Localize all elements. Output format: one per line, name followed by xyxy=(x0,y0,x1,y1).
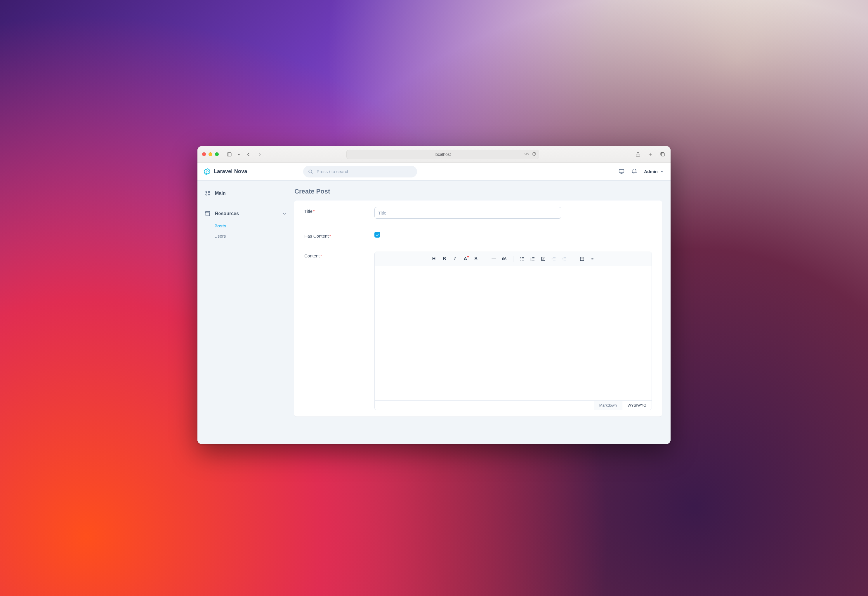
new-tab-icon[interactable] xyxy=(647,151,654,158)
svg-point-14 xyxy=(208,191,209,192)
tab-group-chevron-icon[interactable] xyxy=(237,151,241,158)
sidebar-item-posts[interactable]: Posts xyxy=(214,221,288,230)
toolbar-italic-button[interactable]: I xyxy=(450,254,460,264)
brand[interactable]: Laravel Nova xyxy=(203,168,300,176)
svg-text:3: 3 xyxy=(530,260,531,261)
editor-toolbar: H B I A S 66 xyxy=(375,252,652,266)
toolbar-table-button[interactable] xyxy=(577,254,587,264)
field-label-title: Title* xyxy=(304,207,374,214)
app-root: Laravel Nova Admin xyxy=(197,162,671,444)
toolbar-hr-button[interactable] xyxy=(489,254,498,264)
global-search-input[interactable] xyxy=(316,169,413,174)
reader-translate-icon[interactable] xyxy=(524,152,529,157)
svg-rect-10 xyxy=(619,169,624,173)
svg-point-16 xyxy=(208,194,209,195)
user-menu[interactable]: Admin xyxy=(644,169,664,174)
toolbar-strike-button[interactable]: S xyxy=(472,254,481,264)
task-list-icon xyxy=(541,256,546,261)
sidebar-item-main[interactable]: Main xyxy=(203,187,288,199)
minimize-window-button[interactable] xyxy=(208,152,212,156)
field-label-content: Content* xyxy=(304,252,374,258)
archive-icon xyxy=(204,211,211,217)
app-header: Laravel Nova Admin xyxy=(197,162,671,181)
global-search[interactable] xyxy=(303,166,417,177)
sidebar-group-label: Resources xyxy=(215,211,239,216)
svg-point-23 xyxy=(520,260,521,261)
address-bar[interactable]: localhost xyxy=(346,150,539,159)
maximize-window-button[interactable] xyxy=(215,152,219,156)
editor-body[interactable] xyxy=(375,266,652,400)
svg-point-8 xyxy=(309,170,312,173)
toolbar-heading-button[interactable]: H xyxy=(429,254,439,264)
title-input[interactable] xyxy=(374,207,561,218)
field-label-has-content: Has Content* xyxy=(304,232,374,239)
sidebar: Main Resources Posts Users xyxy=(197,181,294,444)
horizontal-rule-icon xyxy=(491,258,496,259)
page-title: Create Post xyxy=(294,188,662,195)
list-bullet-icon xyxy=(520,256,525,261)
content-editor: H B I A S 66 xyxy=(374,252,652,410)
field-row-has-content: Has Content* xyxy=(294,225,662,245)
sidebar-subnav-resources: Posts Users xyxy=(203,221,288,240)
notifications-button[interactable] xyxy=(631,168,637,175)
editor-tab-wysiwyg[interactable]: WYSIWYG xyxy=(622,401,652,410)
brand-logo-icon xyxy=(203,168,211,176)
list-ordered-icon: 123 xyxy=(530,256,535,261)
toolbar-tasklist-button[interactable] xyxy=(538,254,548,264)
browser-window: localhost xyxy=(197,146,671,444)
address-bar-text: localhost xyxy=(435,152,451,157)
svg-rect-31 xyxy=(541,257,545,261)
grid-icon xyxy=(204,190,211,196)
reload-icon[interactable] xyxy=(532,152,537,157)
field-row-title: Title* xyxy=(294,201,662,225)
editor-mode-tabs: Markdown WYSIWYG xyxy=(375,400,652,410)
toolbar-divider xyxy=(513,256,513,262)
outdent-icon xyxy=(562,256,567,261)
table-icon xyxy=(580,256,585,261)
svg-line-9 xyxy=(311,173,312,173)
svg-point-42 xyxy=(592,258,593,259)
required-indicator: * xyxy=(329,233,331,239)
share-icon[interactable] xyxy=(634,151,641,158)
close-window-button[interactable] xyxy=(202,152,206,156)
form-panel: Title* Has Content* xyxy=(294,201,662,416)
toolbar-bold-button[interactable]: B xyxy=(440,254,449,264)
user-menu-label: Admin xyxy=(644,169,658,174)
sidebar-group-resources[interactable]: Resources xyxy=(203,208,288,220)
ellipsis-icon xyxy=(590,256,595,261)
svg-point-43 xyxy=(593,258,594,259)
toolbar-outdent-button[interactable] xyxy=(560,254,569,264)
check-icon xyxy=(375,233,379,237)
svg-rect-15 xyxy=(206,194,207,195)
svg-rect-7 xyxy=(661,153,664,156)
sidebar-toggle-icon[interactable] xyxy=(226,151,233,158)
has-content-checkbox[interactable] xyxy=(374,232,380,238)
svg-rect-17 xyxy=(206,212,210,213)
brand-name: Laravel Nova xyxy=(214,168,247,174)
toolbar-bullet-list-button[interactable] xyxy=(518,254,527,264)
svg-point-41 xyxy=(591,258,591,259)
toolbar-quote-button[interactable]: 66 xyxy=(500,254,509,264)
toolbar-indent-button[interactable] xyxy=(549,254,558,264)
toolbar-font-color-button[interactable]: A xyxy=(461,254,470,264)
toolbar-ordered-list-button[interactable]: 123 xyxy=(528,254,537,264)
sidebar-item-label: Main xyxy=(215,190,225,196)
toolbar-more-button[interactable] xyxy=(588,254,597,264)
svg-rect-0 xyxy=(227,153,231,156)
display-mode-button[interactable] xyxy=(618,168,625,175)
search-icon xyxy=(308,169,313,174)
back-button[interactable] xyxy=(245,151,252,158)
editor-tab-markdown[interactable]: Markdown xyxy=(594,401,622,410)
chevron-down-icon xyxy=(660,170,664,174)
main-content: Create Post Title* Has Co xyxy=(294,181,671,444)
sidebar-item-users[interactable]: Users xyxy=(214,232,288,240)
svg-point-19 xyxy=(520,257,521,258)
browser-toolbar: localhost xyxy=(197,146,671,162)
field-row-content: Content* H B I A S xyxy=(294,245,662,416)
forward-button[interactable] xyxy=(256,151,263,158)
bell-icon xyxy=(631,168,637,175)
svg-point-13 xyxy=(206,191,207,192)
indent-icon xyxy=(551,256,556,261)
tab-overview-icon[interactable] xyxy=(659,151,666,158)
monitor-icon xyxy=(618,168,625,175)
